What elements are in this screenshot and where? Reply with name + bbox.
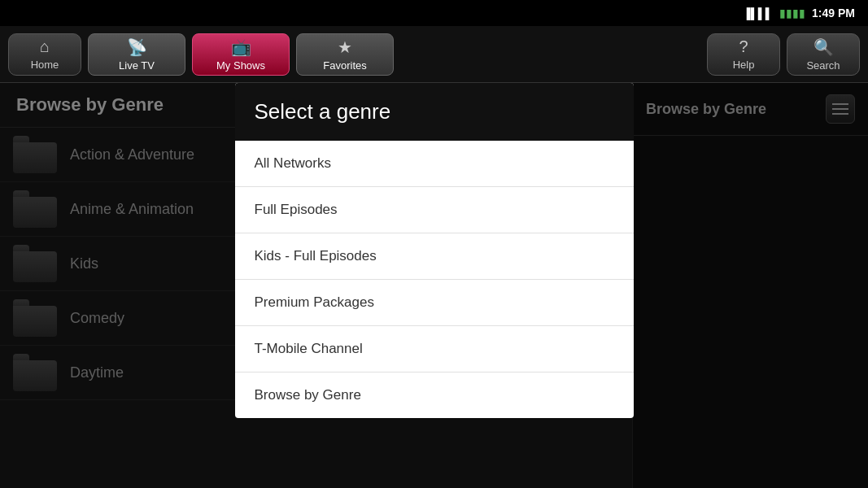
my-shows-icon: 📺	[231, 37, 251, 57]
live-tv-icon: 📡	[127, 37, 147, 57]
help-label: Help	[733, 59, 755, 71]
live-tv-tab[interactable]: 📡 Live TV	[88, 33, 185, 76]
favorites-tab[interactable]: ★ Favorites	[296, 33, 394, 76]
modal-item-all-networks[interactable]: All Networks	[235, 141, 634, 187]
my-shows-label: My Shows	[216, 59, 265, 72]
status-bar: ▐▌▌▌ ▮▮▮▮ 1:49 PM	[0, 0, 868, 26]
help-button[interactable]: ? Help	[707, 33, 780, 76]
signal-icon: ▐▌▌▌	[743, 7, 773, 20]
live-tv-label: Live TV	[119, 59, 155, 72]
genre-select-modal: Select a genre All Networks Full Episode…	[235, 83, 634, 418]
help-icon: ?	[739, 37, 748, 56]
search-button[interactable]: 🔍 Search	[787, 33, 860, 76]
my-shows-tab[interactable]: 📺 My Shows	[192, 33, 290, 76]
search-label: Search	[806, 59, 840, 72]
home-button[interactable]: ⌂ Home	[8, 33, 81, 76]
modal-item-full-episodes[interactable]: Full Episodes	[235, 187, 634, 233]
home-icon: ⌂	[40, 37, 50, 56]
time: 1:49 PM	[812, 7, 855, 20]
modal-item-tmobile-channel[interactable]: T-Mobile Channel	[235, 326, 634, 373]
modal-item-premium-packages[interactable]: Premium Packages	[235, 280, 634, 326]
favorites-label: Favorites	[323, 59, 366, 72]
modal-item-browse-by-genre[interactable]: Browse by Genre	[235, 373, 634, 418]
modal-overlay[interactable]: Select a genre All Networks Full Episode…	[0, 83, 868, 488]
nav-bar: ⌂ Home 📡 Live TV 📺 My Shows ★ Favorites …	[0, 26, 868, 83]
search-icon: 🔍	[813, 37, 834, 57]
modal-header: Select a genre	[235, 83, 634, 141]
favorites-icon: ★	[338, 37, 352, 57]
modal-item-kids-full-episodes[interactable]: Kids - Full Episodes	[235, 233, 634, 280]
battery-icon: ▮▮▮▮	[779, 7, 805, 20]
modal-title: Select a genre	[255, 99, 391, 124]
main-content: Browse by Genre Action & Adventure i	[0, 83, 868, 488]
home-label: Home	[31, 59, 59, 71]
